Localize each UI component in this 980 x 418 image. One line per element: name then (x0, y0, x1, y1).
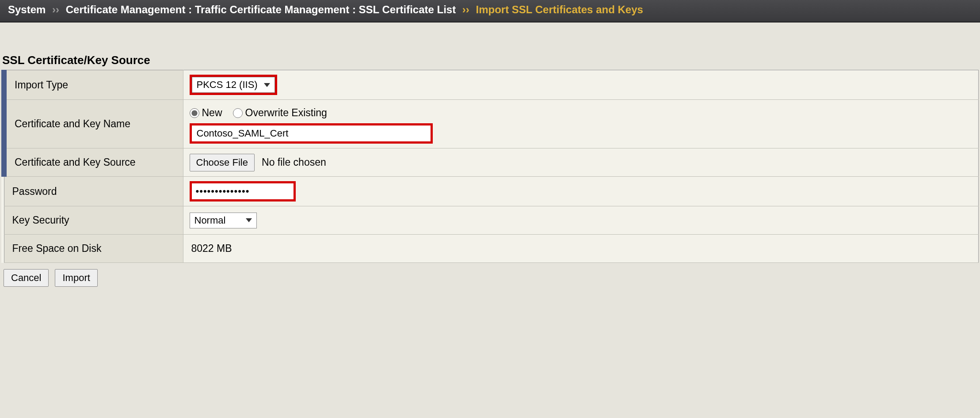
breadcrumb-seg-current: Import SSL Certificates and Keys (476, 4, 643, 15)
label-password: Password (4, 177, 183, 206)
key-security-select[interactable]: Normal (190, 213, 256, 228)
file-chosen-status: No file chosen (262, 156, 326, 168)
radio-overwrite-label: Overwrite Existing (245, 107, 327, 119)
label-key-security: Key Security (4, 206, 183, 235)
label-free-space: Free Space on Disk (4, 235, 183, 263)
chevron-down-icon (246, 218, 252, 222)
action-row: Cancel Import (0, 263, 980, 293)
cancel-button[interactable]: Cancel (4, 269, 49, 287)
form-table: Import Type PKCS 12 (IIS) Certificate an… (1, 70, 979, 263)
highlight-import-type: PKCS 12 (IIS) (190, 75, 277, 95)
breadcrumb-seg-system[interactable]: System (8, 4, 46, 15)
import-button[interactable]: Import (55, 269, 97, 287)
password-input[interactable] (192, 183, 294, 199)
radio-overwrite[interactable] (233, 108, 243, 118)
chevron-down-icon (264, 83, 270, 87)
cert-key-name-input[interactable] (192, 125, 431, 141)
breadcrumb-sep-icon: ›› (459, 4, 473, 15)
import-type-value: PKCS 12 (IIS) (197, 79, 258, 91)
choose-file-button[interactable]: Choose File (190, 154, 255, 171)
cert-name-mode-radios: New Overwrite Existing (190, 104, 972, 123)
radio-new[interactable] (190, 108, 199, 118)
key-security-value: Normal (194, 215, 226, 226)
breadcrumb-seg-path[interactable]: Certificate Management : Traffic Certifi… (66, 4, 456, 15)
free-space-value: 8022 MB (190, 243, 232, 254)
radio-new-label: New (202, 107, 222, 119)
label-import-type: Import Type (4, 70, 183, 100)
section-title: SSL Certificate/Key Source (0, 23, 980, 70)
label-cert-key-name: Certificate and Key Name (4, 100, 183, 148)
label-cert-key-source: Certificate and Key Source (4, 148, 183, 177)
highlight-password (190, 181, 296, 201)
breadcrumb-sep-icon: ›› (49, 4, 63, 15)
highlight-cert-name (190, 123, 433, 144)
import-type-select[interactable]: PKCS 12 (IIS) (192, 77, 275, 93)
breadcrumb: System ›› Certificate Management : Traff… (0, 0, 980, 23)
